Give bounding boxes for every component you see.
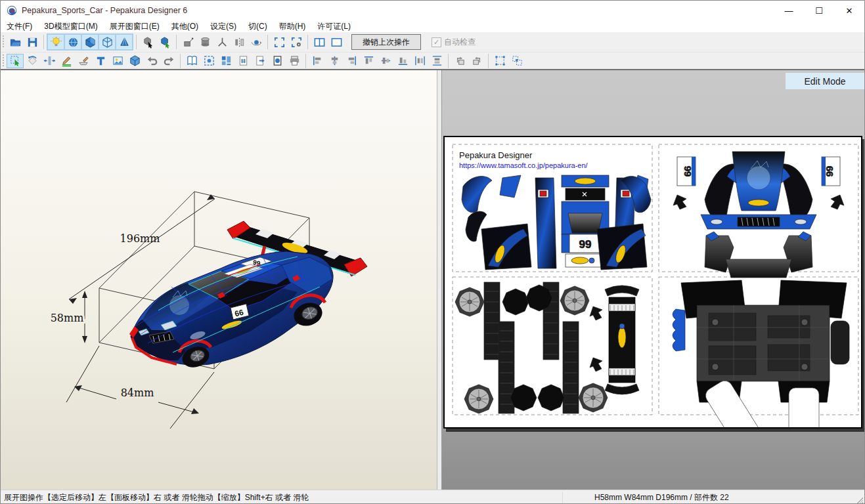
menu-3d-window[interactable]: 3D模型窗口(M)	[38, 20, 103, 33]
group-button[interactable]	[491, 54, 508, 68]
marquee-icon	[203, 54, 215, 67]
select-tool-button[interactable]	[7, 54, 24, 68]
edge-view-button[interactable]	[116, 34, 133, 50]
viewport-3d[interactable]: 196mm 58mm 84mm	[1, 70, 437, 490]
texture-view-button[interactable]	[64, 34, 81, 50]
print-button[interactable]	[286, 54, 303, 68]
sheet-url: https://www.tamasoft.co.jp/pepakura-en/	[459, 161, 588, 169]
align-center-button[interactable]	[326, 54, 343, 68]
auto-layout-button[interactable]	[217, 54, 234, 68]
toolbar-edit	[1, 52, 864, 70]
menu-others[interactable]: 其他(O)	[166, 20, 204, 33]
show-3d-button[interactable]	[126, 54, 143, 68]
material-sphere-icon	[67, 36, 79, 49]
redo-icon	[163, 54, 175, 67]
menu-license[interactable]: 许可证(L)	[311, 20, 357, 33]
fit-view-button[interactable]	[271, 34, 288, 50]
image-tool-button[interactable]	[109, 54, 126, 68]
fit-options-icon	[290, 36, 303, 49]
menu-bar: 文件(F) 3D模型窗口(M) 展开图窗口(E) 其他(O) 设定(S) 切(C…	[1, 20, 864, 32]
rotate-model-button[interactable]	[139, 34, 156, 50]
flatten-tool-button[interactable]	[75, 54, 92, 68]
align-right-button[interactable]	[343, 54, 360, 68]
distribute-h-button[interactable]	[411, 54, 428, 68]
solid-view-button[interactable]	[81, 34, 99, 50]
menu-unfold-window[interactable]: 展开图窗口(E)	[104, 20, 166, 33]
pattern-page-2[interactable]: 66 66	[673, 152, 844, 278]
edit-edge-icon	[60, 54, 73, 67]
page-number-button[interactable]	[234, 54, 252, 68]
cylinder-button[interactable]	[196, 34, 213, 50]
align-middle-button[interactable]	[377, 54, 394, 68]
pan-model-icon	[159, 36, 171, 49]
align-bottom-button[interactable]	[394, 54, 411, 68]
box-handle-button[interactable]	[179, 34, 196, 50]
page-mark-button[interactable]	[269, 54, 286, 68]
orbit-icon	[250, 36, 263, 49]
toolbar-grip[interactable]	[2, 35, 5, 49]
distribute-h-icon	[414, 54, 426, 67]
maximize-button[interactable]: ☐	[804, 1, 834, 20]
edit-edge-button[interactable]	[58, 54, 75, 68]
unfold-pane[interactable]: Edit Mode	[442, 70, 865, 490]
axes-button[interactable]	[213, 34, 231, 50]
redo-button[interactable]	[160, 54, 177, 68]
close-button[interactable]: ✕	[834, 1, 864, 20]
car-3d-scene: 196mm 58mm 84mm	[1, 70, 437, 490]
rotate-cw-button[interactable]	[468, 54, 485, 68]
mirror-icon	[233, 36, 246, 49]
fit-options-button[interactable]	[288, 34, 305, 50]
rotate-tool-button[interactable]	[24, 54, 41, 68]
undo-icon	[146, 54, 158, 67]
ungroup-button[interactable]	[508, 54, 525, 68]
align-left-icon	[311, 54, 324, 67]
minimize-button[interactable]: —	[774, 1, 804, 20]
mirror-button[interactable]	[231, 34, 248, 50]
pan-model-button[interactable]	[156, 34, 173, 50]
axes-icon	[216, 36, 229, 49]
car-3d-model[interactable]: 99	[129, 221, 367, 371]
pattern-page-1[interactable]: 99	[462, 175, 651, 270]
rotate-ccw-button[interactable]	[451, 54, 468, 68]
edit-mode-button[interactable]: Edit Mode	[786, 73, 864, 89]
pattern-page-3[interactable]	[455, 282, 639, 413]
undo-last-operation-button[interactable]: 撤销上次操作	[351, 34, 421, 50]
menu-help[interactable]: 帮助(H)	[273, 20, 312, 33]
undo-button[interactable]	[143, 54, 160, 68]
text-tool-button[interactable]	[92, 54, 109, 68]
rotate-model-icon	[142, 36, 154, 49]
toolbar-grip-2[interactable]	[2, 54, 5, 68]
align-left-button[interactable]	[309, 54, 326, 68]
resize-grip[interactable]	[854, 495, 863, 504]
spread-tool-button[interactable]	[41, 54, 58, 68]
orbit-button[interactable]	[248, 34, 265, 50]
save-file-button[interactable]	[24, 34, 41, 50]
marquee-select-button[interactable]	[200, 54, 217, 68]
open-file-button[interactable]	[7, 34, 24, 50]
status-bar: 展开图操作【选定后移动】左【面板移动】右 或者 滑轮拖动【缩放】Shift+右 …	[1, 490, 864, 504]
light-bulb-icon	[50, 36, 62, 49]
split-view-button[interactable]	[311, 34, 328, 50]
wireframe-cube-icon	[101, 36, 114, 49]
align-top-button[interactable]	[360, 54, 377, 68]
view-toggle-group	[47, 33, 133, 51]
cone-view-icon	[118, 36, 131, 49]
image-tool-icon	[112, 54, 124, 67]
pattern-sheet[interactable]: Pepakura Designer https://www.tamasoft.c…	[443, 136, 862, 429]
fold-preview-button[interactable]	[183, 54, 200, 68]
pane-splitter[interactable]	[437, 70, 442, 490]
single-view-button[interactable]	[328, 34, 345, 50]
align-right-icon	[345, 54, 358, 67]
move-to-page-button[interactable]	[252, 54, 269, 68]
menu-cut[interactable]: 切(C)	[242, 20, 273, 33]
show-3d-icon	[129, 54, 141, 67]
pattern-plate-left: 66	[682, 166, 693, 177]
distribute-v-button[interactable]	[428, 54, 445, 68]
menu-settings[interactable]: 设定(S)	[204, 20, 242, 33]
auto-check-checkbox[interactable]: ✓ 自动检查	[432, 37, 476, 48]
pattern-page-4[interactable]	[673, 280, 849, 427]
light-toggle-button[interactable]	[47, 34, 64, 50]
wireframe-view-button[interactable]	[99, 34, 116, 50]
menu-file[interactable]: 文件(F)	[1, 20, 38, 33]
align-center-icon	[328, 54, 341, 67]
